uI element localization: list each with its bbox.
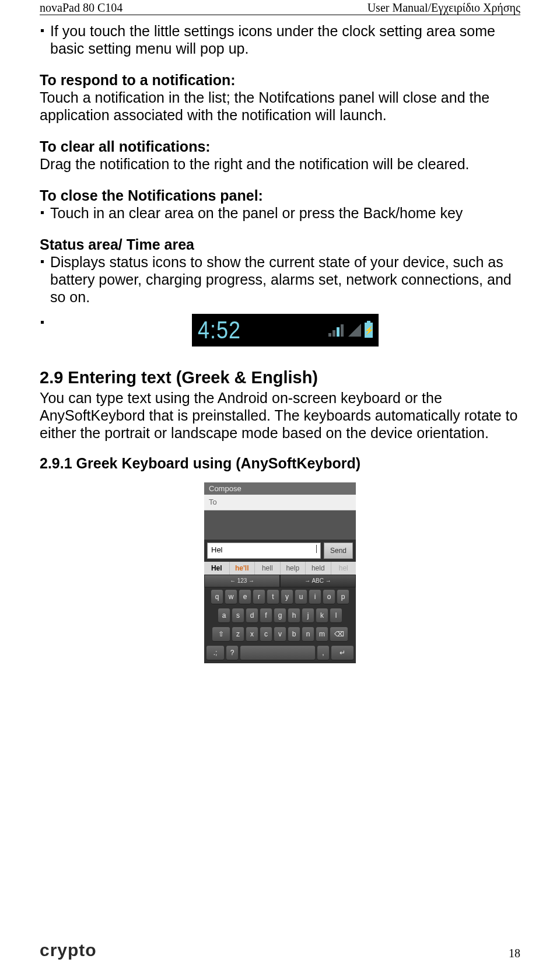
tab-abc[interactable]: → ABC →: [280, 575, 356, 587]
key-n[interactable]: n: [302, 627, 314, 641]
compose-bar: Compose: [204, 482, 356, 495]
key-y[interactable]: y: [281, 590, 293, 604]
key-z[interactable]: z: [232, 627, 244, 641]
page-header: novaPad 80 C104 User Manual/Εγχειρίδιο Χ…: [40, 0, 520, 15]
key-b[interactable]: b: [288, 627, 300, 641]
key-x[interactable]: x: [246, 627, 258, 641]
key-d[interactable]: d: [246, 608, 258, 622]
key-symbols[interactable]: .;: [206, 646, 224, 660]
suggestion-item[interactable]: hell: [255, 562, 281, 575]
battery-icon: ⚡: [365, 323, 373, 338]
key-row-1: q w e r t y u i o p: [204, 587, 356, 606]
key-comma[interactable]: ,: [317, 646, 329, 660]
footer-logo: crypto: [40, 940, 97, 960]
signal-icon: [348, 324, 361, 337]
key-o[interactable]: o: [323, 590, 335, 604]
suggestion-item[interactable]: held: [306, 562, 331, 575]
suggestion-item[interactable]: hel: [331, 562, 356, 575]
key-l[interactable]: l: [330, 608, 342, 622]
key-e[interactable]: e: [239, 590, 251, 604]
page-content: If you touch the little settings icons u…: [40, 15, 520, 663]
charging-icon: ⚡: [364, 326, 374, 335]
key-row-4: .; ? , ↵: [204, 643, 356, 663]
header-right: User Manual/Εγχειρίδιο Χρήσης: [368, 1, 520, 15]
section-clear: To clear all notifications: Drag the not…: [40, 138, 520, 173]
status-title: Status area/ Time area: [40, 236, 194, 253]
status-bullet: Displays status icons to show the curren…: [50, 253, 520, 306]
page-number: 18: [509, 947, 520, 960]
suggestion-item[interactable]: help: [281, 562, 306, 575]
respond-body: Touch a notification in the list; the No…: [40, 89, 489, 123]
section-2-9-body: You can type text using the Android on-s…: [40, 389, 520, 442]
key-a[interactable]: a: [218, 608, 230, 622]
key-j[interactable]: j: [302, 608, 314, 622]
section-2-9-title: 2.9 Entering text (Greek & English): [40, 368, 520, 388]
suggestion-item[interactable]: Hel: [204, 562, 230, 575]
statusbar-icons: ⚡: [328, 323, 373, 338]
key-shift[interactable]: ⇧: [212, 627, 230, 641]
tab-123[interactable]: ← 123 →: [204, 575, 280, 587]
to-field: To: [204, 495, 356, 510]
respond-title: To respond to a notification:: [40, 72, 236, 88]
key-c[interactable]: c: [260, 627, 272, 641]
header-left: novaPad 80 C104: [40, 1, 123, 15]
close-bullet: Touch in an clear area on the panel or p…: [50, 204, 520, 222]
key-question[interactable]: ?: [226, 646, 238, 660]
statusbar-clock: 4:52: [198, 315, 241, 345]
close-title: To close the Notifications panel:: [40, 187, 263, 204]
key-g[interactable]: g: [274, 608, 286, 622]
section-respond: To respond to a notification: Touch a no…: [40, 71, 520, 124]
wifi-icon: [328, 324, 345, 337]
key-f[interactable]: f: [260, 608, 272, 622]
clear-title: To clear all notifications:: [40, 138, 211, 155]
key-backspace[interactable]: ⌫: [330, 627, 348, 641]
key-r[interactable]: r: [253, 590, 265, 604]
page-footer: crypto 18: [40, 940, 520, 960]
key-m[interactable]: m: [316, 627, 328, 641]
phone-screenshot: Compose To Hel Send Hel he'll hell help …: [204, 482, 356, 664]
key-u[interactable]: u: [295, 590, 307, 604]
key-row-3: ⇧ z x c v b n m ⌫: [204, 625, 356, 643]
section-close: To close the Notifications panel: Touch …: [40, 187, 520, 222]
key-row-2: a s d f g h j k l: [204, 606, 356, 625]
key-q[interactable]: q: [211, 590, 223, 604]
key-space[interactable]: [240, 646, 315, 660]
key-h[interactable]: h: [288, 608, 300, 622]
key-s[interactable]: s: [232, 608, 244, 622]
text-input[interactable]: Hel: [207, 542, 321, 559]
keyboard-mode-tabs: ← 123 → → ABC →: [204, 575, 356, 587]
section-status: Status area/ Time area Displays status i…: [40, 236, 520, 346]
statusbar-image: 4:52 ⚡: [192, 314, 379, 346]
status-bullet-empty: 4:52 ⚡: [50, 314, 520, 346]
suggestion-item[interactable]: he'll: [230, 562, 256, 575]
key-enter[interactable]: ↵: [331, 646, 354, 660]
suggestion-bar: Hel he'll hell help held hel: [204, 562, 356, 575]
send-button[interactable]: Send: [324, 542, 353, 559]
key-p[interactable]: p: [337, 590, 349, 604]
key-k[interactable]: k: [316, 608, 328, 622]
key-i[interactable]: i: [309, 590, 321, 604]
key-w[interactable]: w: [225, 590, 237, 604]
section-2-9-1-title: 2.9.1 Greek Keyboard using (AnySoftKeybo…: [40, 454, 520, 472]
key-t[interactable]: t: [267, 590, 279, 604]
bullet-settings-icons: If you touch the little settings icons u…: [50, 22, 520, 57]
clear-body: Drag the notification to the right and t…: [40, 156, 470, 172]
key-v[interactable]: v: [274, 627, 286, 641]
